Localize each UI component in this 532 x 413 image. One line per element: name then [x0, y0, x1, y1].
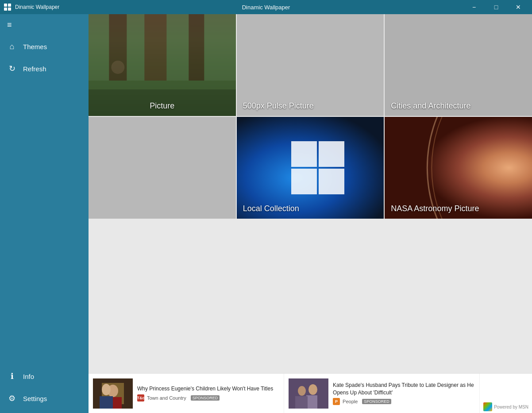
- settings-label: Settings: [23, 395, 47, 402]
- kate-source-name: People: [343, 399, 358, 404]
- grid-item-local[interactable]: Local Collection: [237, 117, 384, 219]
- forest-label: Picture: [150, 101, 174, 111]
- svg-rect-11: [385, 117, 532, 219]
- refresh-icon: ↻: [7, 64, 17, 73]
- kate-source-badge: P: [333, 398, 340, 405]
- news-item-eugenie[interactable]: Why Princess Eugenie's Children Likely W…: [89, 374, 284, 413]
- settings-icon: ⚙: [7, 394, 17, 403]
- svg-rect-22: [306, 395, 317, 409]
- eugenie-source-name: Town and Country: [147, 395, 186, 401]
- themes-label: Themes: [23, 43, 47, 50]
- svg-point-23: [298, 386, 306, 396]
- maximize-button[interactable]: □: [486, 0, 506, 14]
- eugenie-source-row: T&c Town and Country SPONSORED: [137, 394, 279, 401]
- svg-rect-19: [100, 396, 113, 409]
- grid-item-500px[interactable]: 500px Pulse Picture: [237, 14, 384, 116]
- sidebar-item-themes[interactable]: ⌂ Themes: [0, 36, 89, 58]
- kate-image: [289, 378, 328, 409]
- sidebar: ≡ ⌂ Themes ↻ Refresh ℹ Info ⚙ Settings: [0, 14, 89, 413]
- svg-point-10: [111, 61, 124, 74]
- sidebar-item-settings[interactable]: ⚙ Settings: [0, 387, 89, 409]
- powered-by-msn: Powered by MSN: [480, 401, 532, 413]
- svg-rect-3: [8, 8, 11, 11]
- titlebar: Dinamic Wallpaper Dinamic Wallpaper − □ …: [0, 0, 532, 14]
- sidebar-bottom: ℹ Info ⚙ Settings: [0, 365, 89, 409]
- svg-rect-24: [295, 396, 308, 409]
- grid-item-forest[interactable]: Picture: [89, 14, 236, 116]
- info-icon: ℹ: [7, 371, 17, 381]
- nasa-svg: [385, 117, 532, 219]
- powered-text: Powered by MSN: [494, 405, 528, 409]
- sidebar-spacer: [0, 80, 89, 365]
- eugenie-source-badge: T&c: [137, 394, 144, 401]
- forest-svg: [89, 14, 236, 116]
- sidebar-item-refresh[interactable]: ↻ Refresh: [0, 58, 89, 80]
- cities-label: Cities and Architecture: [391, 101, 470, 111]
- svg-rect-1: [8, 4, 11, 7]
- hamburger-button[interactable]: ≡: [0, 14, 89, 36]
- eugenie-headline: Why Princess Eugenie's Children Likely W…: [137, 385, 279, 393]
- kate-headline: Kate Spade's Husband Pays Tribute to Lat…: [333, 382, 475, 397]
- news-thumb-eugenie: [93, 378, 133, 409]
- kate-source-row: P People SPONSORED: [333, 398, 475, 405]
- refresh-label: Refresh: [23, 65, 46, 73]
- news-text-eugenie: Why Princess Eugenie's Children Likely W…: [137, 385, 279, 401]
- msn-logo: [483, 402, 492, 411]
- svg-point-18: [102, 384, 111, 395]
- kate-sponsored: SPONSORED: [362, 399, 391, 404]
- news-text-kate: Kate Spade's Husband Pays Tribute to Lat…: [333, 382, 475, 405]
- titlebar-left: Dinamic Wallpaper: [4, 3, 59, 11]
- close-button[interactable]: ✕: [508, 0, 528, 14]
- app-icon: [4, 3, 12, 11]
- news-thumb-kate: [289, 378, 328, 409]
- svg-rect-0: [4, 4, 7, 7]
- titlebar-title: Dinamic Wallpaper: [242, 4, 290, 11]
- grid-item-gray[interactable]: [89, 117, 236, 219]
- nasa-label: NASA Astronomy Picture: [391, 204, 479, 213]
- hamburger-icon: ≡: [7, 20, 12, 30]
- local-label: Local Collection: [243, 204, 299, 213]
- main-content: Picture 500px Pulse Picture Cities and A…: [89, 14, 532, 413]
- minimize-button[interactable]: −: [464, 0, 484, 14]
- grid-item-nasa[interactable]: NASA Astronomy Picture: [385, 117, 532, 219]
- eugenie-image: [93, 378, 133, 409]
- pulse-label: 500px Pulse Picture: [243, 101, 314, 111]
- app-name: Dinamic Wallpaper: [15, 4, 59, 10]
- titlebar-controls: − □ ✕: [464, 0, 528, 14]
- grid-item-cities[interactable]: Cities and Architecture: [385, 14, 532, 116]
- svg-rect-2: [4, 8, 7, 11]
- app-container: ≡ ⌂ Themes ↻ Refresh ℹ Info ⚙ Settings: [0, 14, 532, 413]
- home-icon: ⌂: [7, 42, 17, 51]
- svg-point-21: [308, 384, 317, 395]
- news-item-kate[interactable]: Kate Spade's Husband Pays Tribute to Lat…: [284, 374, 480, 413]
- eugenie-sponsored: SPONSORED: [191, 395, 220, 401]
- wallpaper-grid: Picture 500px Pulse Picture Cities and A…: [89, 14, 532, 219]
- news-bar: Why Princess Eugenie's Children Likely W…: [89, 373, 532, 413]
- windows-logo: [291, 141, 344, 194]
- empty-area: [89, 219, 532, 374]
- sidebar-item-info[interactable]: ℹ Info: [0, 365, 89, 387]
- info-label: Info: [23, 373, 34, 380]
